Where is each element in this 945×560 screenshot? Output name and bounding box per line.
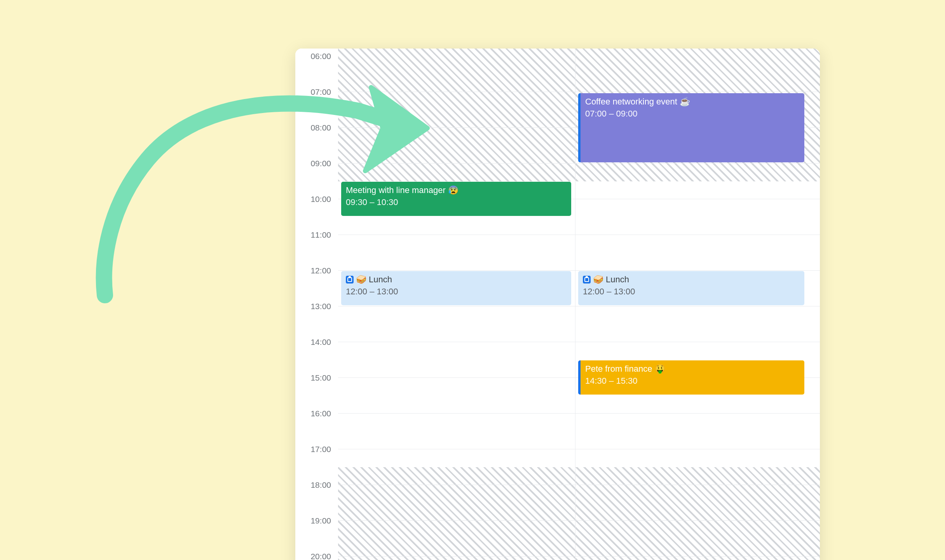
time-label: 20:00 — [310, 552, 331, 560]
time-label: 06:00 — [310, 52, 331, 61]
time-label: 14:00 — [310, 337, 331, 347]
event-title: Coffee networking event ☕ — [585, 96, 800, 108]
hour-row[interactable] — [338, 521, 820, 557]
time-gutter: 06:00 07:00 08:00 09:00 10:00 11:00 12:0… — [295, 49, 338, 560]
event-time-range: 12:00 – 13:00 — [583, 286, 800, 297]
hour-row[interactable] — [338, 235, 820, 271]
event-time-range: 14:30 – 15:30 — [585, 376, 800, 387]
hour-row[interactable] — [338, 56, 820, 92]
event-time-range: 07:00 – 09:00 — [585, 108, 800, 120]
event-time-range: 12:00 – 13:00 — [346, 286, 567, 297]
event-title: Meeting with line manager 😰 — [346, 185, 567, 196]
event-title: Pete from finance 🤑 — [585, 363, 800, 375]
time-label: 15:00 — [310, 373, 331, 383]
hour-row[interactable] — [338, 449, 820, 485]
time-label: 19:00 — [310, 516, 331, 525]
time-label: 10:00 — [310, 195, 331, 204]
recurring-icon — [583, 276, 591, 283]
event-title: 🥪 Lunch — [346, 274, 567, 285]
event-meeting-line-manager[interactable]: Meeting with line manager 😰 09:30 – 10:3… — [341, 182, 571, 216]
time-label: 12:00 — [310, 266, 331, 275]
time-label: 18:00 — [310, 480, 331, 490]
event-time-range: 09:30 – 10:30 — [346, 197, 567, 208]
day-divider — [575, 49, 575, 560]
time-label: 13:00 — [310, 302, 331, 311]
time-label: 08:00 — [310, 123, 331, 132]
time-label: 16:00 — [310, 409, 331, 418]
time-label: 09:00 — [310, 159, 331, 168]
calendar-panel: 06:00 07:00 08:00 09:00 10:00 11:00 12:0… — [295, 49, 820, 560]
time-label: 11:00 — [310, 230, 331, 240]
hour-row[interactable] — [338, 414, 820, 449]
time-label: 07:00 — [310, 87, 331, 97]
hour-row[interactable] — [338, 485, 820, 521]
time-label: 17:00 — [310, 445, 331, 454]
event-title: 🥪 Lunch — [583, 274, 800, 285]
recurring-icon — [346, 276, 354, 283]
event-lunch-day0[interactable]: 🥪 Lunch 12:00 – 13:00 — [341, 271, 571, 305]
event-pete-finance[interactable]: Pete from finance 🤑 14:30 – 15:30 — [578, 360, 804, 395]
event-coffee-networking[interactable]: Coffee networking event ☕ 07:00 – 09:00 — [578, 93, 804, 162]
calendar-grid[interactable]: Coffee networking event ☕ 07:00 – 09:00 … — [338, 49, 820, 560]
event-lunch-day1[interactable]: 🥪 Lunch 12:00 – 13:00 — [578, 271, 804, 305]
hour-row[interactable] — [338, 306, 820, 342]
